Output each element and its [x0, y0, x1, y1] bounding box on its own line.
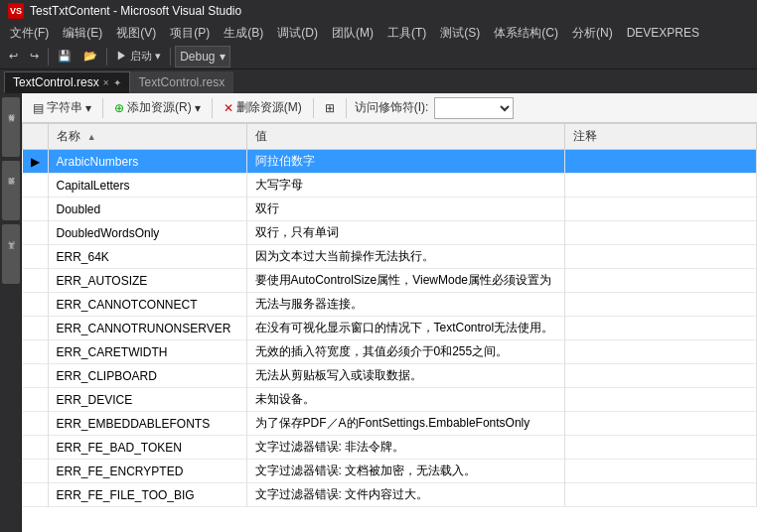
vs-icon: VS [8, 3, 24, 19]
sort-arrow: ▲ [87, 132, 96, 142]
menu-item-N[interactable]: 分析(N) [566, 23, 619, 44]
row-note [564, 245, 757, 269]
table-row[interactable]: ERR_64K因为文本过大当前操作无法执行。 [23, 245, 757, 269]
grid-btn[interactable]: ⊞ [318, 96, 342, 120]
debug-mode-label: Debug [180, 50, 215, 64]
menu-item-DEVEXPRES[interactable]: DEVEXPRES [621, 24, 705, 42]
row-value: 阿拉伯数字 [246, 150, 564, 174]
debug-dropdown[interactable]: Debug ▾ [175, 46, 229, 67]
row-note [564, 317, 757, 340]
table-row[interactable]: ERR_EMBEDDABLEFONTS为了保存PDF／A的FontSetting… [23, 412, 757, 436]
row-arrow [23, 269, 49, 293]
row-value: 文字过滤器错误: 文件内容过大。 [246, 483, 564, 507]
row-arrow [23, 388, 49, 412]
row-name: DoubledWordsOnly [48, 221, 246, 245]
start-btn[interactable]: ▶ 启动 ▾ [111, 46, 166, 67]
open-btn[interactable]: 📂 [78, 46, 102, 67]
delete-resource-btn[interactable]: ✕ 删除资源(M) [217, 96, 309, 120]
menu-item-P[interactable]: 项目(P) [164, 23, 216, 44]
menu-item-C[interactable]: 体系结构(C) [488, 23, 564, 44]
table-row[interactable]: ERR_AUTOSIZE要使用AutoControlSize属性，ViewMod… [23, 269, 757, 293]
strings-btn[interactable]: ▤ 字符串 ▾ [26, 96, 98, 120]
menu-bar: 文件(F)编辑(E)视图(V)项目(P)生成(B)调试(D)团队(M)工具(T)… [0, 22, 757, 44]
table-row[interactable]: DoubledWordsOnly双行，只有单词 [23, 221, 757, 245]
row-note [564, 388, 757, 412]
col-header-note: 注释 [564, 124, 757, 150]
row-arrow: ▶ [23, 150, 49, 174]
row-value: 大写字母 [246, 174, 564, 198]
table-row[interactable]: ▶ArabicNumbers阿拉伯数字 [23, 150, 757, 174]
toolbar-sep-2 [106, 48, 107, 66]
table-row[interactable]: Doubled双行 [23, 198, 757, 221]
row-name: ERR_FE_FILE_TOO_BIG [48, 483, 246, 507]
toolbar: ↩ ↪ 💾 📂 ▶ 启动 ▾ Debug ▾ [0, 44, 757, 69]
row-arrow [23, 293, 49, 317]
toolbar-sep-3 [170, 48, 171, 66]
table-row[interactable]: ERR_CARETWIDTH无效的插入符宽度，其值必须介于0和255之间。 [23, 340, 757, 364]
table-row[interactable]: CapitalLetters大写字母 [23, 174, 757, 198]
tab-resx-1[interactable]: TextControl.resx × ✦ [4, 71, 130, 93]
table-row[interactable]: ERR_CLIPBOARD无法从剪贴板写入或读取数据。 [23, 364, 757, 388]
add-resource-btn[interactable]: ⊕ 添加资源(R) ▾ [107, 96, 208, 120]
row-name: ERR_CANNOTCONNECT [48, 293, 246, 317]
row-name: ERR_64K [48, 245, 246, 269]
row-note [564, 483, 757, 507]
strings-label: 字符串 [47, 99, 82, 116]
res-sep-1 [102, 98, 103, 118]
tab-label-1: TextControl.resx [13, 75, 99, 89]
resource-table: 名称 ▲ 值 注释 ▶ArabicNumbers阿拉伯数字CapitalLett… [22, 123, 757, 507]
row-arrow [23, 221, 49, 245]
row-arrow [23, 412, 49, 436]
table-row[interactable]: ERR_FE_FILE_TOO_BIG文字过滤器错误: 文件内容过大。 [23, 483, 757, 507]
row-name: ERR_AUTOSIZE [48, 269, 246, 293]
activity-server-explorer[interactable]: 服务 [2, 97, 20, 157]
row-name: ERR_DEVICE [48, 388, 246, 412]
menu-item-M[interactable]: 团队(M) [326, 23, 379, 44]
title-bar: VS TestTxtContent - Microsoft Visual Stu… [0, 0, 757, 22]
row-value: 无法与服务器连接。 [246, 293, 564, 317]
menu-item-E[interactable]: 编辑(E) [57, 23, 108, 44]
row-value: 无法从剪贴板写入或读取数据。 [246, 364, 564, 388]
row-note [564, 293, 757, 317]
toolbar-sep-1 [48, 48, 49, 66]
activity-item-3[interactable]: 工具 [2, 224, 20, 284]
undo-btn[interactable]: ↩ [4, 46, 23, 67]
table-row[interactable]: ERR_DEVICE未知设备。 [23, 388, 757, 412]
access-modifier-dropdown[interactable]: 公共 内部 [434, 97, 514, 119]
table-row[interactable]: ERR_FE_BAD_TOKEN文字过滤器错误: 非法令牌。 [23, 436, 757, 460]
tab-pin-1: ✦ [113, 77, 121, 88]
row-note [564, 436, 757, 460]
row-name: ERR_CLIPBOARD [48, 364, 246, 388]
row-note [564, 340, 757, 364]
add-arrow: ▾ [195, 101, 201, 115]
delete-label: 删除资源(M) [236, 99, 302, 116]
table-row[interactable]: ERR_CANNOTCONNECT无法与服务器连接。 [23, 293, 757, 317]
table-row[interactable]: ERR_CANNOTRUNONSERVER在没有可视化显示窗口的情况下，Text… [23, 317, 757, 340]
editor-area: ▤ 字符串 ▾ ⊕ 添加资源(R) ▾ ✕ 删除资源(M) ⊞ 访问修饰符(I)… [22, 93, 757, 532]
row-value: 文字过滤器错误: 非法令牌。 [246, 436, 564, 460]
menu-item-T[interactable]: 工具(T) [381, 23, 432, 44]
menu-item-B[interactable]: 生成(B) [218, 23, 269, 44]
res-sep-3 [313, 98, 314, 118]
row-value: 文字过滤器错误: 文档被加密，无法载入。 [246, 460, 564, 483]
table-row[interactable]: ERR_FE_ENCRYPTED文字过滤器错误: 文档被加密，无法载入。 [23, 460, 757, 483]
row-note [564, 412, 757, 436]
tab-close-1[interactable]: × [103, 77, 109, 88]
delete-icon: ✕ [224, 101, 233, 115]
menu-item-V[interactable]: 视图(V) [110, 23, 162, 44]
debug-dropdown-arrow: ▾ [220, 50, 226, 64]
tab-label-2: TextControl.resx [139, 75, 226, 89]
row-name: ERR_CARETWIDTH [48, 340, 246, 364]
activity-bar: 服务 资源 工具 [0, 93, 22, 532]
activity-item-2[interactable]: 资源 [2, 161, 20, 220]
menu-item-D[interactable]: 调试(D) [271, 23, 324, 44]
menu-item-S[interactable]: 测试(S) [434, 23, 486, 44]
col-header-value: 值 [246, 124, 564, 150]
tab-resx-2[interactable]: TextControl.resx [130, 71, 234, 93]
save-btn[interactable]: 💾 [53, 46, 76, 67]
row-arrow [23, 436, 49, 460]
row-note [564, 460, 757, 483]
redo-btn[interactable]: ↪ [25, 46, 44, 67]
row-value: 为了保存PDF／A的FontSettings.EmbableFontsOnly [246, 412, 564, 436]
menu-item-F[interactable]: 文件(F) [4, 23, 55, 44]
